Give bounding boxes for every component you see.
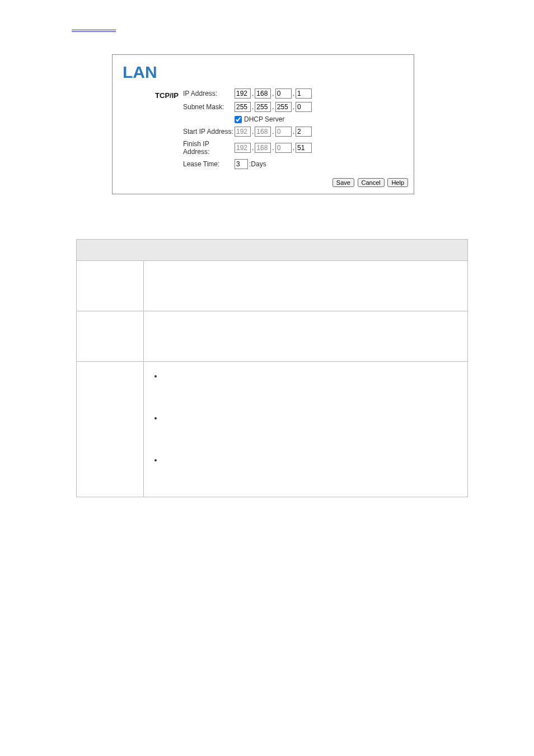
bullet-item — [163, 414, 460, 422]
ip-octet-4[interactable] — [296, 88, 312, 99]
mask-octet-3[interactable] — [275, 102, 292, 112]
save-button[interactable]: Save — [332, 178, 354, 187]
start-ip-octet-1 — [235, 127, 251, 137]
bullet-item — [163, 372, 460, 380]
dhcp-server-label: DHCP Server — [244, 115, 284, 123]
info-row-2-left — [77, 311, 144, 362]
finish-ip-octet-3 — [275, 143, 292, 153]
start-ip-octet-4[interactable] — [296, 127, 312, 137]
info-table — [76, 239, 468, 497]
finish-ip-octet-1 — [235, 143, 251, 153]
nav-link[interactable] — [72, 22, 116, 32]
group-label-tcpip: TCP/IP — [123, 88, 183, 100]
info-row-3-right — [144, 362, 468, 497]
start-ip-label: Start IP Address: — [183, 128, 235, 136]
finish-ip-octet-4[interactable] — [296, 143, 312, 153]
lease-time-input[interactable] — [235, 159, 248, 169]
help-button[interactable]: Help — [387, 178, 408, 187]
ip-octet-3[interactable] — [275, 88, 292, 99]
info-row-2-right — [144, 311, 468, 362]
ip-octet-2[interactable] — [255, 88, 271, 99]
info-row-1-left — [77, 261, 144, 311]
mask-octet-1[interactable] — [235, 102, 251, 112]
info-table-header — [77, 240, 468, 261]
dhcp-server-checkbox[interactable] — [235, 116, 242, 123]
cancel-button[interactable]: Cancel — [358, 178, 385, 187]
mask-octet-2[interactable] — [255, 102, 271, 112]
start-ip-octet-2 — [255, 127, 271, 137]
subnet-mask-label: Subnet Mask: — [183, 103, 235, 111]
start-ip-octet-3 — [275, 127, 292, 137]
ip-octet-1[interactable] — [235, 88, 251, 99]
ip-address-label: IP Address: — [183, 90, 235, 97]
mask-octet-4[interactable] — [296, 102, 312, 112]
finish-ip-octet-2 — [255, 143, 271, 153]
lease-time-unit: :Days — [249, 160, 266, 168]
bullet-item — [163, 456, 460, 464]
panel-title: LAN — [123, 63, 408, 82]
finish-ip-label: Finish IP Address: — [183, 140, 235, 156]
lan-settings-panel: LAN TCP/IP IP Address: . . . Subnet Mask… — [112, 54, 414, 194]
info-row-1-right — [144, 261, 468, 311]
lease-time-label: Lease Time: — [183, 160, 235, 168]
info-row-3-left — [77, 362, 144, 497]
